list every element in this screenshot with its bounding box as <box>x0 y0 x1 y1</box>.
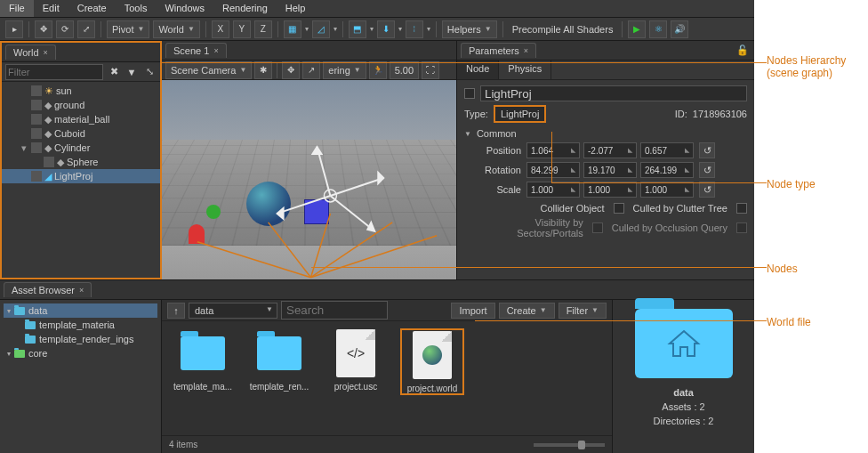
fullscreen-icon[interactable]: ⛶ <box>422 61 439 79</box>
viewport[interactable] <box>162 80 456 279</box>
folder-item[interactable]: template_materia <box>4 318 157 332</box>
node-subtab[interactable]: Node <box>457 61 499 79</box>
clear-filter-icon[interactable]: ✖ <box>107 65 121 79</box>
asset-browser-tab[interactable]: Asset Browser× <box>4 282 92 297</box>
asset-folder-tree[interactable]: ▾datatemplate_materiatemplate_render_ing… <box>0 300 162 453</box>
clutter-checkbox[interactable] <box>736 203 747 214</box>
close-icon[interactable]: × <box>524 46 528 55</box>
filter-icon[interactable]: ▼ <box>125 65 139 79</box>
asset-thumbnail[interactable]: template_ren... <box>247 328 311 392</box>
tree-node[interactable]: ◆ground <box>2 98 160 112</box>
snap-vertex-icon[interactable]: ⸽ <box>406 20 423 38</box>
select-tool[interactable]: ▸ <box>5 20 23 38</box>
scl-z-input[interactable]: 1.000◣ <box>640 182 694 198</box>
axis-y[interactable]: Y <box>233 20 251 38</box>
camera-dropdown[interactable]: Scene Camera▼ <box>165 61 252 79</box>
tree-node[interactable]: ◆Cuboid <box>2 126 160 141</box>
menu-file[interactable]: File <box>0 0 34 17</box>
rot-z-input[interactable]: 264.199◣ <box>640 162 694 178</box>
sectors-label: Visibility by Sectors/Portals <box>477 217 583 239</box>
pos-y-input[interactable]: -2.077◣ <box>583 142 637 158</box>
expand-icon[interactable]: ⤡ <box>142 65 157 79</box>
menu-help[interactable]: Help <box>277 0 315 17</box>
create-dropdown[interactable]: Create▼ <box>499 303 555 319</box>
menu-edit[interactable]: Edit <box>34 0 68 17</box>
snap-grid-icon[interactable]: ▦ <box>284 20 301 38</box>
path-dropdown[interactable]: data▼ <box>189 303 277 319</box>
tree-node[interactable]: ◆Sphere <box>2 155 160 169</box>
thumbnail-size-slider[interactable] <box>534 443 605 447</box>
rot-y-input[interactable]: 19.170◣ <box>583 162 637 178</box>
snap-drop-icon[interactable]: ⬇ <box>377 20 395 38</box>
scl-x-input[interactable]: 1.000◣ <box>526 182 580 198</box>
tree-node[interactable]: ▾◆Cylinder <box>2 141 160 155</box>
enabled-checkbox[interactable] <box>464 88 475 99</box>
move-tool[interactable]: ✥ <box>35 20 52 38</box>
speed-value[interactable]: 5.00 <box>390 61 419 79</box>
node-name-input[interactable] <box>480 85 747 101</box>
import-button[interactable]: Import <box>451 303 494 319</box>
hierarchy-filter-input[interactable] <box>5 64 103 80</box>
scl-y-input[interactable]: 1.000◣ <box>583 182 637 198</box>
axis-z[interactable]: Z <box>254 20 272 38</box>
rotate-tool[interactable]: ⟳ <box>56 20 74 38</box>
occlusion-label: Culled by Occlusion Query <box>612 222 727 233</box>
asset-thumbnail[interactable]: </>project.usc <box>324 328 388 392</box>
scale-tool[interactable]: ⤢ <box>77 20 95 38</box>
tree-node[interactable]: ◆material_ball <box>2 112 160 126</box>
parameters-tab[interactable]: Parameters× <box>461 43 536 58</box>
menu-rendering[interactable]: Rendering <box>213 0 277 17</box>
helpers-dropdown[interactable]: Helpers▼ <box>442 20 497 38</box>
annotation-nodetype: Node type <box>767 178 816 190</box>
menu-tools[interactable]: Tools <box>116 0 157 17</box>
scene-tab[interactable]: Scene 1× <box>165 43 227 58</box>
tree-node[interactable]: ◢LightProj <box>2 169 160 183</box>
physics-icon[interactable]: ⚛ <box>649 20 667 38</box>
close-icon[interactable]: × <box>44 48 48 57</box>
folder-item[interactable]: ▾core <box>4 346 157 360</box>
reset-icon[interactable]: ↺ <box>699 162 715 178</box>
folder-item[interactable]: ▾data <box>4 303 157 318</box>
sound-icon[interactable]: 🔊 <box>671 20 688 38</box>
walk-icon[interactable]: 🏃 <box>369 61 387 79</box>
snap-angle-icon[interactable]: ◿ <box>312 20 330 38</box>
asset-thumbnail[interactable]: project.world <box>400 328 464 395</box>
physics-subtab[interactable]: Physics <box>499 61 551 79</box>
parameters-panel: Parameters× 🔓 Node Physics Type: LightP <box>457 41 754 279</box>
clutter-label: Culled by Clutter Tree <box>633 203 727 214</box>
camera-settings-icon[interactable]: ✱ <box>254 61 272 79</box>
lock-icon[interactable]: 🔓 <box>736 44 749 56</box>
viewport-move-icon[interactable]: ✥ <box>282 61 300 79</box>
axis-x[interactable]: X <box>212 20 229 38</box>
close-icon[interactable]: × <box>213 46 218 55</box>
asset-thumbnail[interactable]: template_ma... <box>171 328 235 392</box>
pivot-dropdown[interactable]: Pivot▼ <box>107 20 149 38</box>
asset-search-input[interactable] <box>281 301 388 320</box>
pos-x-input[interactable]: 1.064◣ <box>526 142 580 158</box>
snap-surface-icon[interactable]: ⬒ <box>349 20 366 38</box>
menu-windows[interactable]: Windows <box>156 0 213 17</box>
menu-create[interactable]: Create <box>68 0 116 17</box>
asset-filter-dropdown[interactable]: Filter▼ <box>559 303 607 319</box>
sectors-checkbox[interactable] <box>592 222 603 233</box>
viewport-speed-icon[interactable]: ↗ <box>302 61 320 79</box>
rot-x-input[interactable]: 84.299◣ <box>526 162 580 178</box>
world-tab[interactable]: World× <box>5 44 56 60</box>
space-dropdown[interactable]: World▼ <box>153 20 199 38</box>
render-mode-dropdown[interactable]: ering▼ <box>323 61 366 79</box>
precompile-button[interactable]: Precompile All Shaders <box>509 24 617 35</box>
asset-grid[interactable]: template_ma...template_ren...</>project.… <box>162 321 612 435</box>
collapse-icon[interactable]: ▼ <box>464 130 471 138</box>
collider-checkbox[interactable] <box>614 203 624 214</box>
folder-item[interactable]: template_render_ings <box>4 332 157 346</box>
node-tree[interactable]: ☀sun◆ground◆material_ball◆Cuboid▾◆Cylind… <box>2 82 160 278</box>
close-icon[interactable]: × <box>79 286 84 295</box>
reset-icon[interactable]: ↺ <box>699 182 715 198</box>
play-button[interactable]: ▶ <box>628 20 646 38</box>
occlusion-checkbox[interactable] <box>736 222 747 233</box>
up-folder-button[interactable]: ↑ <box>167 303 185 319</box>
reset-icon[interactable]: ↺ <box>699 142 715 158</box>
tree-node[interactable]: ☀sun <box>2 84 160 98</box>
pos-z-input[interactable]: 0.657◣ <box>640 142 694 158</box>
svg-line-11 <box>277 196 331 214</box>
